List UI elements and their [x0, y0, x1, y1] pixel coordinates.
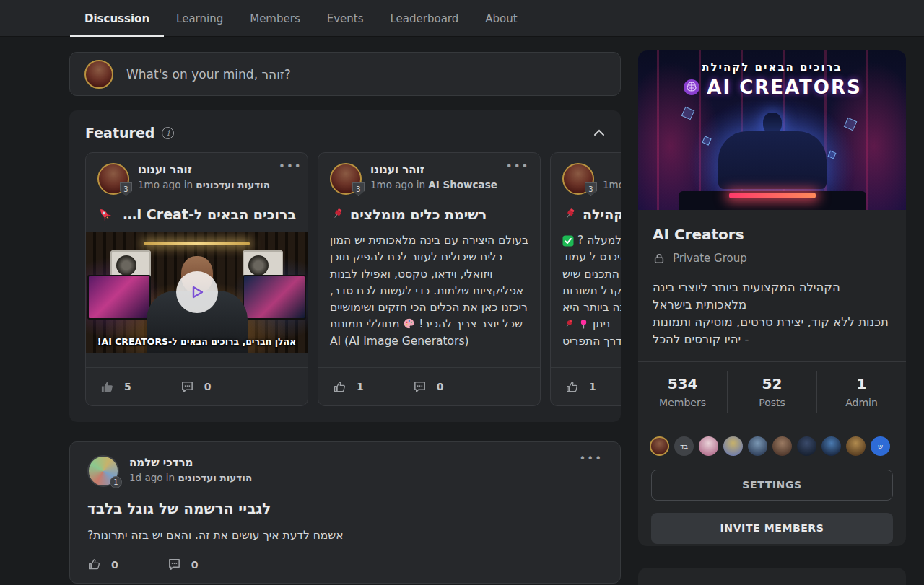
avatar[interactable] [84, 60, 113, 89]
lock-icon [653, 252, 666, 265]
like-button[interactable] [565, 380, 579, 394]
member-avatar[interactable]: בד [674, 436, 694, 456]
member-avatar[interactable] [772, 436, 792, 456]
invite-members-button[interactable]: INVITE MEMBERS [651, 513, 893, 544]
post-category[interactable]: AI Showcase [428, 179, 497, 190]
level-badge: 3 [352, 182, 365, 196]
body-line: למעלה ? [578, 232, 621, 249]
post-body-text: בעולם היצירה עם בינה מלאכותית יש המון כל… [330, 234, 528, 330]
monitor-right [243, 275, 306, 320]
avatar[interactable]: 1 [87, 455, 119, 487]
post-title[interactable]: קהילה [551, 206, 621, 222]
avatar[interactable]: 3 [562, 163, 594, 195]
post-title-text: קהילה [583, 206, 621, 222]
community-name: AI Creators [653, 226, 892, 243]
post-author[interactable]: זוהר וענונו [603, 163, 621, 176]
play-button[interactable] [176, 271, 218, 313]
top-nav: Discussion Learning Members Events Leade… [0, 0, 924, 37]
post-author[interactable]: מרדכי שלמה [129, 456, 193, 469]
avatar[interactable]: 3 [97, 163, 129, 195]
settings-button[interactable]: SETTINGS [651, 470, 893, 501]
comment-button[interactable] [413, 380, 427, 394]
video-caption: אהלן חברים, ברוכים הבאים ל-AI CREATORS! [86, 336, 308, 347]
pushpin-icon [330, 207, 344, 221]
member-avatar[interactable] [748, 436, 767, 456]
round-pin-icon [578, 319, 589, 330]
tab-discussion[interactable]: Discussion [83, 0, 151, 37]
post-title-text: רשימת כלים מומלצים [350, 206, 487, 222]
post-age: 1d ago in [129, 472, 175, 483]
description-line: הקהילה המקצועית ביותר ליוצרי בינה מלאכות… [653, 279, 892, 314]
comment-count: 0 [204, 381, 212, 392]
pushpin-icon [562, 207, 577, 221]
featured-title: Featured [85, 125, 154, 141]
stat-admins[interactable]: 1 Admin [816, 371, 906, 413]
rocket-icon [97, 207, 112, 221]
like-button[interactable] [100, 380, 114, 394]
like-button[interactable] [333, 380, 346, 394]
member-avatar[interactable] [821, 436, 841, 456]
post-author[interactable]: זוהר וענונו [138, 163, 270, 176]
banner-title: AI CREATORS [638, 76, 906, 98]
stat-members[interactable]: 534 Members [638, 371, 727, 413]
avatar[interactable]: 3 [330, 163, 362, 195]
chevron-up-icon[interactable] [593, 129, 605, 136]
stat-value: 534 [638, 375, 727, 392]
tab-leaderboard[interactable]: Leaderboard [389, 0, 461, 37]
post-category[interactable]: הודעות ועדכונים [178, 472, 252, 483]
member-avatar[interactable] [650, 436, 669, 456]
post-category[interactable]: הודעות ועדכונים [196, 179, 270, 190]
tab-events[interactable]: Events [326, 0, 365, 37]
post-title[interactable]: ברוכים הבאים ל-AI Creat... [86, 206, 308, 222]
community-banner[interactable]: ברוכים הבאים לקהילת AI CREATORS [638, 50, 906, 210]
video-thumbnail[interactable]: אהלן חברים, ברוכים הבאים ל-AI CREATORS! [86, 232, 308, 353]
featured-card-tools[interactable]: 3 זוהר וענונו 1mo ago in AI Showcase •••… [318, 152, 541, 406]
featured-section: Featured i 3 זוהר וענונו 1mo ago in הודע… [69, 110, 621, 422]
post-author[interactable]: זוהר וענונו [370, 163, 497, 176]
member-avatar[interactable] [797, 436, 816, 456]
composer-prompt[interactable]: What's on your mind, זוהר? [126, 67, 291, 82]
stat-posts[interactable]: 52 Posts [727, 371, 816, 413]
post-age: 1mo ago in [138, 179, 193, 190]
tab-learning[interactable]: Learning [175, 0, 225, 37]
monitor-left [87, 275, 151, 320]
featured-card-community[interactable]: 3 זוהר וענונו 1mo ago in הודעות ועדכונים… [550, 152, 621, 406]
post-meta: 1mo ago in הודעות ועדכונים [603, 179, 621, 190]
info-icon[interactable]: i [162, 127, 174, 139]
like-count: 5 [124, 381, 131, 392]
post-body: אשמח לדעת איך עושים את זה. והאם יש בזה י… [87, 529, 603, 542]
post-body: בעולם היצירה עם בינה מלאכותית יש המון כל… [318, 232, 540, 350]
pushpin-icon [562, 318, 575, 330]
member-avatar[interactable] [846, 436, 866, 456]
brain-icon [682, 78, 701, 97]
post-body: למעלה ? היכנס ל עמוד התכנים שיש קבל תשוב… [551, 232, 621, 350]
tab-about[interactable]: About [484, 0, 518, 37]
community-stats: 534 Members 52 Posts 1 Admin [638, 362, 906, 423]
description-line: תכנות ללא קוד, יצירת סרטים, מוסיקה ותמונ… [653, 314, 892, 348]
level-badge: 1 [110, 476, 122, 488]
like-button[interactable] [87, 558, 101, 571]
like-count: 1 [357, 381, 364, 392]
kebab-menu-icon[interactable]: ••• [506, 163, 530, 195]
member-avatar[interactable]: ש [871, 436, 890, 456]
post-title[interactable]: רשימת כלים מומלצים [318, 206, 540, 222]
kebab-menu-icon[interactable]: ••• [579, 455, 603, 487]
post-title[interactable]: לגביי הרשמה של גוגל בלבד [87, 500, 603, 517]
level-badge: 3 [585, 182, 597, 196]
community-description: הקהילה המקצועית ביותר ליוצרי בינה מלאכות… [653, 279, 892, 348]
member-avatar[interactable] [699, 436, 718, 456]
post-composer[interactable]: What's on your mind, זוהר? [69, 52, 621, 96]
feed-column: What's on your mind, זוהר? Featured i 3 … [69, 37, 621, 584]
comment-button[interactable] [167, 558, 181, 571]
kebab-menu-icon[interactable]: ••• [279, 163, 302, 195]
post-age: 1mo ago in [370, 179, 425, 190]
tab-members[interactable]: Members [248, 0, 302, 37]
comment-count: 0 [437, 381, 444, 392]
member-avatar[interactable] [723, 436, 743, 456]
post-age: 1mo ago in [603, 179, 621, 190]
banner-welcome-text: ברוכים הבאים לקהילת [638, 61, 906, 74]
comment-button[interactable] [180, 380, 194, 394]
light-bar [144, 242, 250, 245]
feed-post[interactable]: 1 מרדכי שלמה 1d ago in הודעות ועדכונים •… [69, 441, 621, 584]
featured-card-welcome[interactable]: 3 זוהר וענונו 1mo ago in הודעות ועדכונים… [85, 152, 308, 406]
